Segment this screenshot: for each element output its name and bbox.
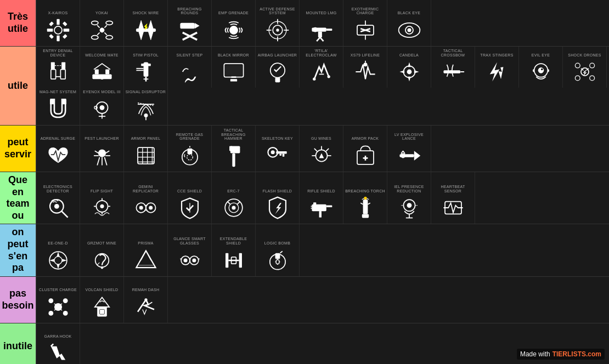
svg-point-0 [54, 26, 61, 34]
list-item[interactable]: ARMOR PACK [343, 126, 387, 172]
list-item[interactable]: BLACK EYE [387, 0, 431, 46]
svg-rect-187 [225, 253, 228, 268]
item-name: VOLCAN SHIELD [86, 288, 119, 292]
list-item[interactable]: ELECTRONICS DETECTOR [36, 172, 80, 224]
list-item[interactable]: ACTIVE DEFENSE SYSTEM [256, 0, 300, 46]
list-item[interactable]: REMOTE GAS GRENADE [168, 126, 212, 172]
svg-line-176 [146, 251, 151, 260]
list-item[interactable]: EYENOX MODEL III [80, 88, 124, 125]
flash-shield-icon [264, 194, 291, 221]
tier-items-tres-utile: X-KAIROS YOKAI SHOCK WIRE BREACHING ROUN… [36, 0, 609, 46]
svg-point-202 [48, 311, 53, 316]
svg-line-193 [280, 251, 282, 253]
item-name: RIFLE SHIELD [307, 189, 335, 194]
list-item[interactable]: CCE SHIELD [168, 172, 212, 224]
list-item[interactable]: ADRENAL SURGE [36, 126, 80, 172]
list-item[interactable]: PEST LAUNCHER [80, 126, 124, 172]
svg-rect-115 [232, 153, 235, 167]
list-item[interactable]: IEL PRESENCE REDUCTION [387, 172, 431, 224]
item-name: REMAH DASH [132, 288, 160, 292]
list-item[interactable]: SKELETON KEY [256, 126, 300, 172]
svg-rect-46 [60, 70, 65, 79]
silent-step-icon [176, 58, 204, 86]
list-item[interactable]: ENTRY DENIAL DEVICE [36, 47, 80, 88]
list-item[interactable]: LOGIC BOMB [256, 224, 300, 276]
list-item[interactable]: WELCOME MATE [80, 47, 124, 88]
list-item[interactable]: SIGNAL DISRUPTOR [124, 88, 168, 125]
list-item[interactable]: SILENT STEP [168, 47, 212, 88]
tier-items-que-en-team-ou: ELECTRONICS DETECTOR FLIP SIGHT GEMINI R… [36, 172, 609, 224]
list-item[interactable]: EXTENDABLE SHIELD [212, 224, 256, 276]
list-item[interactable]: RIFLE SHIELD [300, 172, 343, 224]
list-item[interactable]: GU MINES [300, 126, 343, 172]
list-item[interactable]: LV EXPLOSIVE LANCE [387, 126, 431, 172]
list-item[interactable]: GARRA HOOK [36, 323, 80, 364]
item-name: REMOTE GAS GRENADE [169, 133, 210, 141]
list-item[interactable]: YOKAI [80, 0, 124, 46]
list-item[interactable]: MOUNTED LMG [300, 0, 343, 46]
list-item[interactable]: CANDELA [387, 47, 431, 88]
list-item[interactable]: EE-ONE-D [36, 224, 80, 276]
list-item[interactable]: EVIL EYE [519, 47, 563, 88]
list-item[interactable]: SHOCK DRONES [563, 47, 607, 88]
list-item[interactable]: VOLCAN SHIELD [80, 277, 124, 323]
list-item[interactable]: MAG-NET SYSTEM [36, 88, 80, 125]
list-item[interactable]: PRISMA [124, 224, 168, 276]
svg-line-17 [104, 32, 106, 35]
list-item[interactable]: BREACHING ROUNDS [168, 0, 212, 46]
svg-point-139 [100, 204, 104, 208]
svg-rect-32 [318, 32, 322, 38]
list-item[interactable]: GEMINI REPLICATOR [124, 172, 168, 224]
list-item[interactable]: 'RTILA' ELECTROCLAW [300, 47, 343, 88]
list-item[interactable]: BLACK MIRROR [212, 47, 256, 88]
flip-sight-icon [88, 194, 116, 221]
list-item[interactable]: HEARTBEAT SENSOR [431, 172, 475, 224]
list-item[interactable]: EXOTHERMIC CHARGE [343, 0, 387, 46]
list-item[interactable]: ARMOR PANEL [124, 126, 168, 172]
svg-line-14 [97, 25, 99, 27]
list-item[interactable]: TRAX STINGERS [475, 47, 519, 88]
cce-shield-icon [176, 194, 204, 221]
list-item[interactable]: AIRBAG LAUNCHER [256, 47, 300, 88]
svg-rect-1 [57, 19, 59, 25]
svg-line-126 [314, 149, 317, 151]
svg-line-175 [141, 251, 146, 260]
pest-icon [88, 142, 116, 169]
list-item[interactable]: SHOCK WIRE [124, 0, 168, 46]
tier-row-on-peut-sen-pa: on peut s'en paEE-ONE-D GRZMOT MINE PRIS… [0, 224, 609, 276]
list-item[interactable]: X-KAIROS [36, 0, 80, 46]
item-name: TRAX STINGERS [480, 53, 513, 58]
list-item[interactable]: GLANCE SMART GLASSES [168, 224, 212, 276]
rifle-shield-icon [308, 194, 335, 221]
svg-point-201 [63, 298, 67, 303]
item-name: WELCOME MATE [85, 53, 119, 58]
svg-rect-120 [282, 154, 284, 157]
item-name: EE-ONE-D [48, 241, 68, 246]
tier-label-que-en-team-ou: Que en team ou [0, 172, 36, 224]
list-item[interactable]: TACTICAL BREACHING HAMMER [212, 126, 256, 172]
list-item[interactable]: FLIP SIGHT [80, 172, 124, 224]
gemini-icon [132, 194, 160, 221]
list-item[interactable]: STIM PISTOL [124, 47, 168, 88]
list-item[interactable]: BREACHING TORCH [343, 172, 387, 224]
erc7-icon [220, 194, 247, 221]
iel-icon [396, 194, 423, 221]
item-name: LOGIC BOMB [264, 241, 290, 246]
evil-eye-icon [527, 58, 555, 86]
list-item[interactable]: ERC-7 [212, 172, 256, 224]
mounted-gun-icon [308, 16, 335, 44]
list-item[interactable]: REMAH DASH [124, 277, 168, 323]
item-name: LV EXPLOSIVE LANCE [388, 133, 430, 141]
list-item[interactable]: GRZMOT MINE [80, 224, 124, 276]
list-item[interactable]: TACTICAL CROSSBOW [431, 47, 475, 88]
list-item[interactable]: XS79 LIFELINE [343, 47, 387, 88]
list-item[interactable]: FLASH SHIELD [256, 172, 300, 224]
svg-line-100 [105, 151, 109, 153]
svg-rect-2 [57, 36, 59, 42]
list-item[interactable]: CLUSTER CHARGE [36, 277, 80, 323]
logic-bomb-icon [264, 247, 291, 274]
emp-icon [220, 16, 247, 44]
list-item[interactable]: EMP GRENADE [212, 0, 256, 46]
svg-rect-86 [50, 99, 55, 104]
item-name: YOKAI [95, 11, 108, 15]
